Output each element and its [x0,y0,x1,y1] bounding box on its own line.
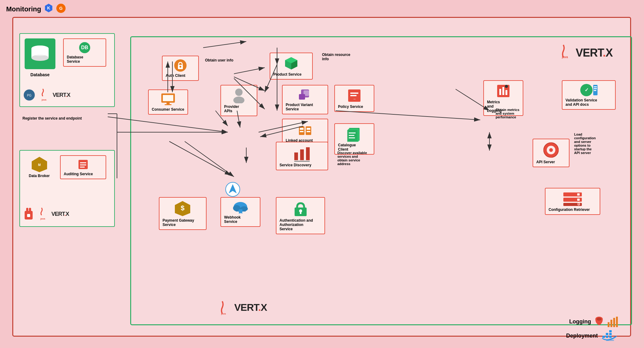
product-service-label: Product Service [273,72,309,77]
svg-point-88 [549,148,553,152]
svg-rect-57 [294,152,298,160]
k8s-icon: K [44,3,54,15]
svg-point-36 [235,89,243,96]
svg-rect-73 [242,211,242,214]
database-svg-icon [29,43,51,65]
database-label: Database [23,72,57,77]
vertx-logo-top: VERT.X [53,92,70,98]
svg-rect-58 [300,149,304,160]
deployment-row: Deployment docker [566,330,619,342]
vertx-green-box-logo: VERT.X [234,302,267,313]
svg-rect-113 [609,333,612,335]
infra-top-box: Database DB DatabaseService PG java [19,33,115,107]
metrics-icon [496,83,511,99]
config-retriever-label: Configuration Retriever [549,208,597,212]
webhook-icon [232,200,249,214]
infra-logos-top: PG java VERT.X [23,88,70,102]
svg-rect-55 [349,135,354,136]
discover-services-label: Discover availableservices andobtain ser… [337,151,387,166]
svg-rect-50 [307,131,310,132]
java-bottom-icon: java [217,300,230,315]
payment-gateway-node: $ Payment GatewayService [159,197,207,230]
svg-text:G: G [59,6,62,11]
bottom-logos: Logging Deployment [566,316,619,342]
data-broker-icon: M [30,155,49,174]
product-service-node: Product Service [270,53,313,80]
architecture-diagram: Monitoring K G [0,0,644,348]
svg-rect-42 [350,93,358,94]
svg-rect-43 [350,95,356,96]
auditing-icon [77,158,89,171]
consumer-service-icon [160,93,176,106]
api-server-label: API Server [536,160,566,164]
svg-text:DB: DB [81,45,88,50]
auth-auth-node: Authentication andAuthorizationService [276,197,325,234]
java-icon-2: java [37,207,48,221]
svg-point-8 [31,50,49,56]
svg-rect-112 [606,333,608,335]
svg-rect-75 [499,89,501,95]
svg-text:✓: ✓ [584,87,588,93]
config-retriever-icon: ✗ [562,191,583,206]
java-icon-main: java [557,43,573,59]
svg-rect-33 [163,95,173,101]
auth-client-icon [174,59,187,72]
payment-gateway-icon: $ [174,200,191,217]
svg-rect-90 [550,155,552,158]
svg-rect-19 [80,167,85,168]
vertx-bottom-logo: java VERT.X [217,300,267,315]
infra-bottom-box: M Data Broker Auditing Service [19,150,115,227]
svg-rect-108 [616,317,618,327]
data-broker-node: M Data Broker [25,155,54,178]
svg-text:✗: ✗ [578,204,580,205]
product-variant-node: Product VariantService [282,85,328,114]
database-service-icon: DB [78,42,91,54]
svg-point-28 [179,66,181,68]
deployment-label: Deployment [566,333,598,339]
obtain-resource-label: Obtain resourceinfo [322,53,359,61]
svg-rect-91 [544,149,547,151]
service-discovery-label: Service Discovery [280,163,324,167]
catalogue-client-label: CatalogueClient [338,143,371,152]
svg-rect-63 [300,211,301,214]
svg-rect-109 [602,336,605,338]
svg-text:PG: PG [27,94,32,97]
logging-icon [594,316,604,327]
catalogue-client-icon [347,126,362,142]
svg-rect-46 [306,126,311,135]
auth-client-node: Auth Client [162,56,199,81]
register-label: Register the service and endpoint [22,116,130,121]
razorpay-icon-area [220,182,245,197]
postgresql-icon: PG [23,89,35,101]
svg-rect-96 [577,193,580,196]
svg-text:java: java [41,98,46,101]
config-retriever-node: ✗ Configuration Retriever [545,188,600,215]
svg-rect-107 [613,318,615,327]
services-box: VERT.X java Auth Client Obtain user info [130,36,632,325]
main-container: Database DB DatabaseService PG java [12,17,631,337]
monitoring-label: Monitoring [6,5,41,13]
rabbit-icon [23,206,34,222]
svg-rect-77 [505,90,507,95]
svg-rect-23 [27,214,30,217]
api-server-icon [543,142,560,159]
svg-rect-48 [307,128,310,130]
auditing-label: Auditing Service [64,172,103,176]
svg-rect-114 [609,330,612,332]
policy-service-label: Policy Service [338,105,371,109]
svg-text:M: M [38,163,40,167]
svg-rect-60 [294,161,310,162]
product-variant-icon [297,88,313,101]
svg-rect-110 [606,336,608,338]
linked-account-icon [297,122,313,137]
svg-rect-40 [299,94,305,100]
svg-rect-92 [556,149,559,151]
catalogue-client-node: CatalogueClient [334,123,374,155]
svg-text:java: java [221,312,226,315]
svg-point-37 [233,97,244,103]
svg-rect-56 [349,137,355,138]
data-broker-label: Data Broker [25,174,54,178]
auth-client-label: Auth Client [166,73,195,78]
svg-rect-111 [609,336,612,338]
svg-rect-72 [239,211,239,214]
